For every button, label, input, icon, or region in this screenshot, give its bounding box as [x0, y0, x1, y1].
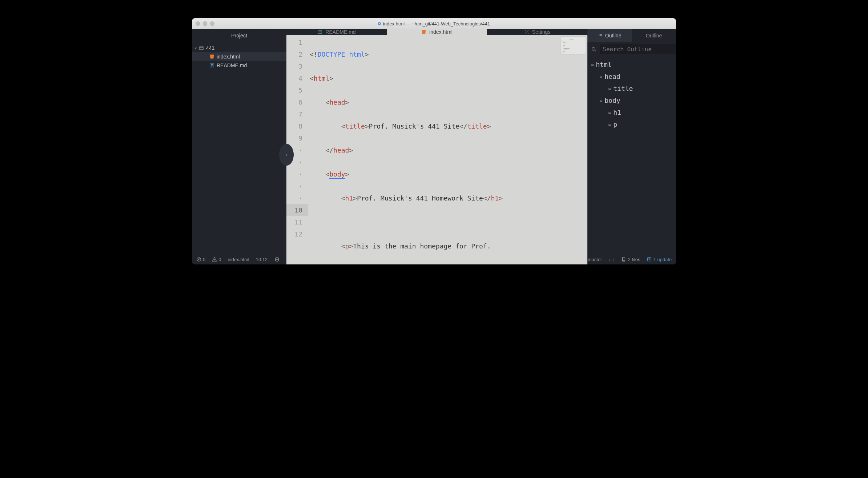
wrap-indicator: ·	[286, 192, 308, 204]
outline-tab-inactive[interactable]: Outline	[632, 29, 676, 42]
wrap-indicator: ·	[286, 168, 308, 180]
outline-node-icon: ▭	[608, 110, 611, 115]
line-number: 4	[286, 72, 308, 84]
outline-tab-label: Outline	[646, 33, 662, 39]
line-number: 12	[286, 228, 308, 240]
status-update[interactable]: 1 update	[647, 257, 672, 262]
tree-file-readme[interactable]: README.md	[192, 61, 286, 70]
files-icon	[621, 257, 626, 262]
outline-label: head	[604, 73, 620, 80]
outline-item[interactable]: ▭ h1	[587, 106, 676, 118]
minimize-window-button[interactable]	[203, 21, 207, 26]
svg-point-3	[592, 47, 595, 50]
outline-node-icon: ▭	[600, 98, 602, 103]
zoom-window-button[interactable]	[210, 21, 214, 26]
outline-label: title	[613, 85, 633, 92]
editor[interactable]: ‹ 1 2 3 4 5 6 7 8 9 · · · · · 10	[286, 35, 587, 264]
outline-search	[587, 42, 676, 56]
outline-item[interactable]: ▭ html	[587, 58, 676, 70]
outline-node-icon: ▭	[608, 86, 611, 91]
update-icon	[647, 257, 652, 262]
chevron-down-icon: ▾	[195, 46, 197, 50]
minimap[interactable]: ▬▬▬▬▬▬▬▬▬ ▬▬▬▬ ▬▬▬▬▬▬▬▬ ▬▬▬ ▬▬▬ ▬▬▬▬▬▬▬▬…	[560, 36, 586, 54]
warning-icon	[212, 257, 217, 262]
outline-tree: ▭ html ▭ head ▭ title ▭ body ▭ h1	[587, 56, 676, 133]
tab-settings[interactable]: Settings	[487, 29, 587, 35]
outline-item[interactable]: ▭ p	[587, 118, 676, 130]
window-title: index.html — ~/um_git/441-Web_Technologi…	[378, 21, 490, 27]
tree-file-label: README.md	[217, 62, 247, 68]
status-fetch[interactable]: ↓ ↑	[608, 257, 615, 262]
tab-label: README.md	[325, 29, 355, 35]
tab-readme[interactable]: README.md	[286, 29, 387, 35]
sidebar-left: Project ▾ 441 index.html	[192, 29, 286, 254]
error-count: 0	[203, 257, 205, 262]
collapse-sidebar-button[interactable]: ‹	[279, 144, 294, 166]
svg-rect-15	[623, 258, 625, 261]
main-area: Project ▾ 441 index.html	[192, 29, 676, 254]
branch-name: master	[588, 257, 602, 262]
arrow-down-icon: ↓	[608, 257, 611, 262]
line-number: 7	[286, 108, 308, 120]
outline-node-icon: ▭	[591, 62, 594, 67]
tab-label: Settings	[532, 29, 551, 35]
tabs-row: README.md index.html Settings	[286, 29, 587, 35]
window-title-text: index.html — ~/um_git/441-Web_Technologi…	[383, 21, 490, 27]
outline-item[interactable]: ▭ head	[587, 70, 676, 82]
line-number: 5	[286, 84, 308, 96]
tree-root-folder[interactable]: ▾ 441	[192, 44, 286, 52]
outline-search-input[interactable]	[600, 44, 676, 54]
outline-node-icon: ▭	[600, 74, 602, 79]
line-number: 11	[286, 216, 308, 228]
files-count-label: 2 files	[628, 257, 640, 262]
line-number: 6	[286, 96, 308, 108]
outline-tabs: Outline Outline	[587, 29, 676, 42]
status-files-count[interactable]: 2 files	[621, 257, 640, 262]
line-number: 8	[286, 120, 308, 132]
titlebar: index.html — ~/um_git/441-Web_Technologi…	[192, 18, 676, 29]
tree-file-index[interactable]: index.html	[192, 52, 286, 61]
tree-file-label: index.html	[217, 54, 240, 60]
outline-tab-active[interactable]: Outline	[587, 29, 632, 42]
modified-dot-icon	[378, 22, 381, 25]
outline-item[interactable]: ▭ title	[587, 82, 676, 94]
outline-item[interactable]: ▭ body	[587, 94, 676, 106]
close-window-button[interactable]	[196, 21, 200, 26]
tab-index[interactable]: index.html	[387, 29, 487, 35]
line-number: 9	[286, 132, 308, 144]
chevron-left-icon: ‹	[285, 151, 287, 158]
browser-ie-icon[interactable]	[274, 256, 280, 262]
project-header: Project	[192, 29, 286, 42]
editor-window: index.html — ~/um_git/441-Web_Technologi…	[192, 18, 676, 264]
status-errors[interactable]: 0	[196, 257, 205, 262]
html-file-icon	[209, 54, 214, 59]
traffic-lights	[196, 21, 214, 26]
status-filename[interactable]: index.html	[228, 257, 249, 262]
settings-icon	[524, 29, 529, 35]
list-icon	[598, 33, 603, 38]
outline-label: html	[596, 61, 611, 68]
outline-label: h1	[613, 109, 621, 116]
status-warnings[interactable]: 0	[212, 257, 221, 262]
html-file-icon	[421, 29, 426, 35]
outline-tab-label: Outline	[605, 33, 621, 39]
tree-root-label: 441	[206, 45, 214, 51]
file-tree: ▾ 441 index.html README.md	[192, 42, 286, 71]
line-number: 3	[286, 60, 308, 72]
line-number: 1	[286, 36, 308, 48]
search-icon	[591, 46, 597, 52]
warning-count: 0	[218, 257, 221, 262]
outline-node-icon: ▭	[608, 122, 611, 127]
arrow-up-icon: ↑	[612, 257, 615, 262]
status-cursor-position[interactable]: 10:12	[256, 257, 268, 262]
line-number: 2	[286, 48, 308, 60]
sidebar-right: Outline Outline ▭ html ▭ head	[587, 29, 676, 254]
tab-label: index.html	[429, 29, 453, 35]
editor-area: README.md index.html Settings ‹	[286, 29, 587, 254]
md-file-icon	[317, 29, 322, 35]
outline-label: p	[613, 121, 617, 128]
code-content[interactable]: <!DOCTYPE html> <html> <head> <title>Pro…	[308, 35, 587, 264]
wrap-indicator: ·	[286, 180, 308, 192]
md-file-icon	[209, 63, 214, 68]
line-number: 10	[286, 204, 308, 216]
